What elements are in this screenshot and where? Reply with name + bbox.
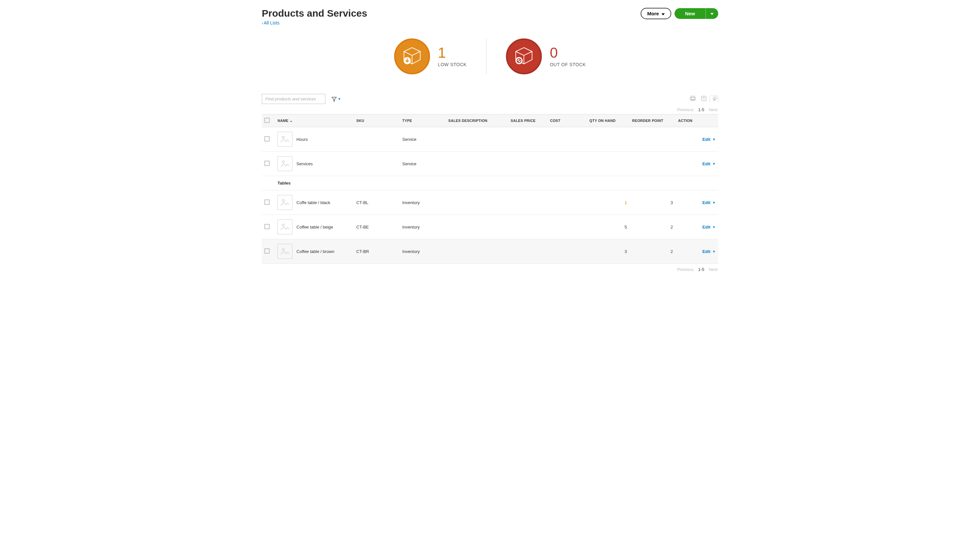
row-name: Services (296, 161, 313, 166)
row-price (508, 190, 547, 215)
col-name[interactable]: NAME (275, 115, 354, 127)
row-checkbox[interactable] (264, 161, 270, 166)
row-type: Inventory (400, 239, 445, 264)
row-name: Coffee table / beige (296, 224, 333, 229)
select-all-checkbox[interactable] (264, 118, 270, 123)
col-price[interactable]: SALES PRICE (508, 115, 547, 127)
all-lists-link[interactable]: ‹All Lists (262, 20, 367, 25)
page-title: Products and Services (262, 8, 367, 19)
row-cost (547, 127, 587, 151)
row-type: Service (400, 151, 445, 176)
row-reorder: 2 (630, 239, 676, 264)
filter-button[interactable]: ▼ (331, 96, 341, 102)
row-cost (547, 151, 587, 176)
row-checkbox[interactable] (264, 224, 270, 229)
products-table: NAME SKU TYPE SALES DESCRIPTION SALES PR… (262, 114, 718, 264)
row-reorder (630, 151, 676, 176)
chevron-down-icon (710, 11, 714, 16)
col-sku[interactable]: SKU (354, 115, 400, 127)
out-of-stock-label: OUT OF STOCK (550, 62, 586, 67)
table-row[interactable]: Coffee table / beige CT-BE Inventory 5 2… (262, 215, 718, 239)
new-button[interactable]: New (675, 8, 705, 19)
all-lists-label: All Lists (264, 20, 279, 25)
top-pager: Previous 1-5 Next (262, 107, 718, 112)
edit-button[interactable]: Edit ▼ (703, 137, 716, 142)
row-reorder (630, 127, 676, 151)
table-row[interactable]: Hours Service Edit ▼ (262, 127, 718, 151)
gear-icon[interactable] (712, 95, 718, 103)
new-button-dropdown[interactable] (705, 8, 718, 19)
table-row[interactable]: Coffe table / black CT-BL Inventory 1 3 … (262, 190, 718, 215)
funnel-icon (331, 96, 337, 102)
row-desc (445, 127, 508, 151)
image-placeholder-icon (277, 156, 293, 171)
row-qty (587, 151, 630, 176)
col-reorder[interactable]: REORDER POINT (630, 115, 676, 127)
edit-button[interactable]: Edit ▼ (703, 249, 716, 254)
row-cost (547, 215, 587, 239)
row-checkbox[interactable] (264, 136, 270, 142)
out-of-stock-count: 0 (550, 46, 586, 60)
row-reorder: 2 (630, 215, 676, 239)
bottom-pager: Previous 1-5 Next (262, 267, 718, 272)
edit-button[interactable]: Edit ▼ (703, 161, 716, 166)
row-desc (445, 190, 508, 215)
more-button[interactable]: More (641, 8, 671, 19)
edit-button[interactable]: Edit ▼ (703, 200, 716, 205)
chevron-down-icon: ▼ (712, 225, 716, 229)
svg-point-14 (282, 136, 284, 138)
row-type: Inventory (400, 215, 445, 239)
row-checkbox[interactable] (264, 199, 270, 205)
chevron-down-icon (662, 11, 665, 16)
row-sku: CT-BR (354, 239, 400, 264)
table-row[interactable]: Coffee table / brown CT-BR Inventory 3 2… (262, 239, 718, 264)
pager-range: 1-5 (698, 267, 704, 272)
row-price (508, 151, 547, 176)
chevron-down-icon: ▼ (712, 138, 716, 141)
chevron-left-icon: ‹ (262, 21, 263, 25)
low-stock-icon (394, 38, 430, 74)
svg-point-12 (714, 97, 716, 99)
col-type[interactable]: TYPE (400, 115, 445, 127)
row-qty (587, 127, 630, 151)
search-input[interactable] (262, 94, 325, 104)
row-sku (354, 151, 400, 176)
row-desc (445, 151, 508, 176)
col-qty[interactable]: QTY ON HAND (587, 115, 630, 127)
low-stock-count: 1 (438, 46, 466, 60)
col-desc[interactable]: SALES DESCRIPTION (445, 115, 508, 127)
table-row[interactable]: Services Service Edit ▼ (262, 151, 718, 176)
col-cost[interactable]: COST (547, 115, 587, 127)
row-cost (547, 239, 587, 264)
row-desc (445, 215, 508, 239)
svg-rect-21 (280, 247, 290, 256)
low-stock-stat[interactable]: 1 LOW STOCK (375, 38, 487, 74)
low-stock-label: LOW STOCK (438, 62, 466, 67)
chevron-down-icon: ▼ (712, 162, 716, 165)
pager-prev[interactable]: Previous (677, 107, 694, 112)
row-name: Coffe table / black (296, 200, 330, 205)
col-action: ACTION (676, 115, 718, 127)
row-name: Coffee table / brown (296, 249, 334, 254)
edit-button[interactable]: Edit ▼ (703, 224, 716, 229)
image-placeholder-icon (277, 195, 293, 210)
svg-rect-19 (280, 222, 290, 231)
row-type: Inventory (400, 190, 445, 215)
row-checkbox[interactable] (264, 248, 270, 254)
pager-prev[interactable]: Previous (677, 267, 694, 272)
pager-next[interactable]: Next (709, 267, 718, 272)
print-icon[interactable] (689, 95, 696, 103)
row-type: Service (400, 127, 445, 151)
row-price (508, 215, 547, 239)
export-icon[interactable] (701, 95, 707, 103)
pager-next[interactable]: Next (709, 107, 718, 112)
row-sku: CT-BL (354, 190, 400, 215)
row-sku: CT-BE (354, 215, 400, 239)
out-of-stock-stat[interactable]: 0 OUT OF STOCK (487, 38, 605, 74)
group-row[interactable]: Tables (262, 176, 718, 190)
row-reorder: 3 (630, 190, 676, 215)
chevron-down-icon: ▼ (712, 201, 716, 204)
row-cost (547, 190, 587, 215)
row-price (508, 127, 547, 151)
pager-range: 1-5 (698, 107, 704, 112)
